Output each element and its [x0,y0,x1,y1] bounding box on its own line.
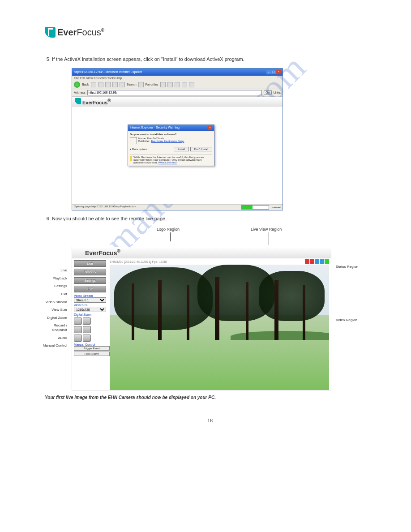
status-motion-icon [320,259,324,264]
install-button[interactable]: Install [174,147,189,151]
settings-button[interactable]: Settings [74,277,106,284]
maximize-icon[interactable]: ▢ [271,70,276,74]
mic-icon[interactable] [83,335,91,342]
step-6-text: Now you should be able to see the remote… [52,215,375,223]
dialog-close-icon[interactable]: × [208,126,212,130]
software-icon [130,137,137,144]
ie-browser-window: http://192.168.12.93/ - Microsoft Intern… [72,68,283,210]
view-size-select[interactable]: 1280x720 [74,307,106,312]
callout-live: Live [40,268,67,273]
stop-icon[interactable] [98,82,103,87]
address-label: Address [74,91,86,94]
record-icon[interactable] [74,326,82,333]
step-5-text: If the ActiveX installation screen appea… [52,56,375,64]
status-ok-icon [325,259,329,264]
video-stream-select[interactable]: Stream 1 [74,297,106,303]
zone-label: Internet [272,206,281,209]
trigger-event-button[interactable]: Trigger Event [74,346,110,351]
footnote: Your first live image from the EHN Camer… [45,395,375,400]
callout-exit: Exit [40,292,67,296]
window-controls: _ ▢ × [266,70,281,74]
live-logo-bar: EverFocus® [72,247,331,258]
warning-icon [130,156,132,161]
security-warning-dialog: Internet Explorer - Security Warning × D… [128,124,214,166]
callout-video-stream: Video Stream [40,300,67,305]
view-size-label: View Size [74,304,106,307]
digital-zoom-label: Digital Zoom [74,313,106,316]
publisher-link[interactable]: Everfocus Electronics Corp. [151,140,184,142]
callout-view-size: View Size [40,308,67,312]
status-network-icon [315,259,319,264]
home-icon[interactable] [112,82,118,87]
everfocus-logo-text: EverFocus® [57,27,104,38]
playback-button[interactable]: Playback [74,269,106,275]
progress-bar [241,205,269,210]
edit-icon[interactable] [189,82,194,87]
ie-toolbar: Back Search Favorites [72,81,283,89]
zoom-out-icon[interactable] [83,317,91,325]
callout-video-region: Video Region [336,318,363,322]
favorites-label: Favorites [146,83,158,86]
ie-address-bar: Address Go Links [72,89,283,97]
status-region [305,259,329,264]
live-button[interactable]: Live [74,260,106,267]
video-frame [110,265,329,390]
callout-audio: Audio [40,336,67,340]
callout-logo-region: Logo Region [157,227,180,232]
minimize-icon[interactable]: _ [266,70,271,74]
risk-link[interactable]: What's the risk? [158,161,178,164]
status-record-icon [305,259,309,264]
manual-control-label: Manual Control [74,343,106,346]
status-text: Opening page http://192.168.12.93/mpPlay… [74,205,139,210]
links-label: Links [274,91,281,94]
dialog-title: Internet Explorer - Security Warning [130,126,180,130]
page-logo-bar: EverFocus® [72,97,283,107]
callout-live-view-region: Live View Region [251,227,282,232]
live-view-window: EverFocus® Live Playback Settings Exit V… [72,247,331,390]
history-icon[interactable] [167,82,173,87]
everfocus-logo-icon [76,249,84,257]
callout-rec-snap: Record / Snapshot [40,323,67,332]
back-button-icon[interactable] [74,82,80,88]
page-header-logo: EverFocus® [45,27,375,38]
video-region: EHN3200 [2:21:22 4/13/2011] Fps: 15/30 [108,258,331,390]
ie-window-title: http://192.168.12.93/ - Microsoft Intern… [74,70,142,73]
publisher-label: Publisher: [138,140,150,142]
sidebar: Live Playback Settings Exit Video Stream… [72,258,108,390]
mail-icon[interactable] [175,82,180,87]
page-number: 18 [45,418,375,423]
callout-playback: Playback [40,276,67,281]
callout-manual: Manual Control [40,343,67,348]
stream-info: EHN3200 [2:21:22 4/13/2011] Fps: 15/30 [110,260,167,263]
exit-button[interactable]: Exit [74,286,106,292]
ie-status-bar: Opening page http://192.168.12.93/mpPlay… [72,204,283,210]
print-icon[interactable] [182,82,187,87]
search-icon[interactable] [120,82,125,87]
dialog-title-bar: Internet Explorer - Security Warning × [128,125,214,131]
refresh-icon[interactable] [105,82,111,87]
speaker-icon[interactable] [74,335,82,342]
video-stream-label: Video Stream [74,294,106,297]
callout-status-region: Status Region [336,265,363,269]
snapshot-icon[interactable] [83,326,91,333]
callout-settings: Settings [40,284,67,288]
reset-alarm-button[interactable]: Reset Alarm [74,352,110,356]
address-input[interactable] [87,90,262,95]
favorites-icon[interactable] [138,82,144,87]
close-icon[interactable]: × [276,70,281,74]
media-icon[interactable] [160,82,166,87]
go-button[interactable]: Go [264,90,271,94]
ie-title-bar: http://192.168.12.93/ - Microsoft Intern… [72,69,283,76]
status-alarm-icon [310,259,314,264]
everfocus-logo-icon [75,98,81,104]
dont-install-button[interactable]: Don't Install [190,147,212,151]
ie-content-area: EverFocus® Internet Explorer - Security … [72,97,283,204]
search-label: Search [127,83,137,86]
dialog-question: Do you want to install this software? [130,133,212,136]
back-label: Back [82,83,89,86]
forward-icon[interactable] [91,82,96,87]
callout-digital-zoom: Digital Zoom [40,316,67,320]
ie-menu-bar[interactable]: File Edit View Favorites Tools Help [72,76,283,81]
zoom-in-icon[interactable] [74,317,82,325]
more-options[interactable]: ▾ More options [130,147,147,150]
